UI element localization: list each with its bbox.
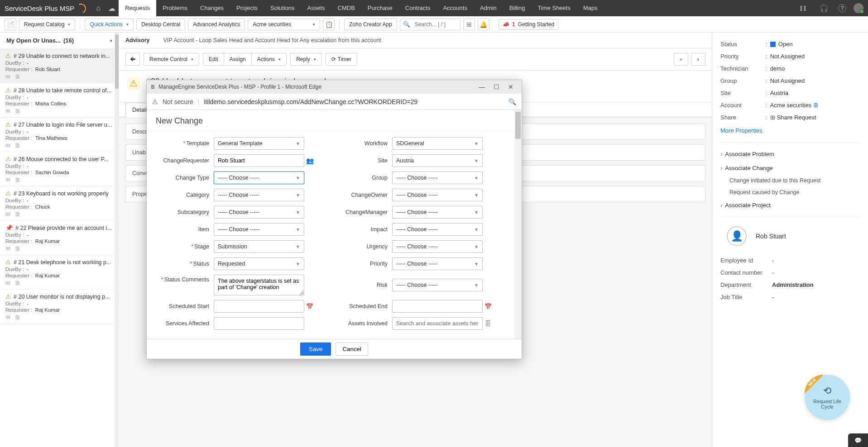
change-group-select[interactable]: ----- Choose -----▼ <box>392 171 483 184</box>
request-catalog-button[interactable]: Request Catalog▾ <box>19 19 75 30</box>
request-list-item[interactable]: ⚠# 27 Unable to login into File server u… <box>0 118 119 152</box>
cancel-button[interactable]: Cancel <box>336 342 368 356</box>
change-owner-select[interactable]: ----- Choose -----▼ <box>392 189 483 201</box>
note-icon[interactable]: 🗎 <box>15 142 21 149</box>
priority-select[interactable]: ----- Choose -----▼ <box>392 257 483 270</box>
topnav-tab-time-sheets[interactable]: Time Sheets <box>531 0 577 16</box>
share-value[interactable]: Share Request <box>777 114 816 121</box>
note-icon[interactable]: 🗎 <box>15 314 21 321</box>
people-picker-icon[interactable]: 👥 <box>306 157 314 164</box>
remote-control-button[interactable]: Remote Control <box>144 53 199 66</box>
modal-titlebar[interactable]: 🗎 ManageEngine ServiceDesk Plus - MSP - … <box>147 80 522 94</box>
account-addon-icon[interactable]: 📋 <box>323 19 335 30</box>
desktop-central-button[interactable]: Desktop Central <box>136 19 185 30</box>
request-list-item[interactable]: ⚠# 21 Desk telephone is not working p...… <box>0 255 119 290</box>
list-filter-dropdown[interactable]: My Open Or Unas... (16) ▾ <box>0 33 119 49</box>
change-type-select[interactable]: ----- Choose -----▼ <box>214 171 304 184</box>
note-icon[interactable]: 🗎 <box>15 211 21 218</box>
topnav-tab-requests[interactable]: Requests <box>119 0 156 16</box>
mail-icon[interactable]: ✉ <box>5 245 10 252</box>
note-icon[interactable]: 🗎 <box>15 108 21 114</box>
topnav-tab-purchase[interactable]: Purchase <box>361 0 399 16</box>
mail-icon[interactable]: ✉ <box>5 211 10 218</box>
calendar-end-icon[interactable]: 📅 <box>484 303 493 310</box>
quick-actions-button[interactable]: Quick Actions▾ <box>85 19 134 30</box>
more-properties-link[interactable]: More Properties <box>720 124 860 138</box>
associate-project-link[interactable]: ›Associate Project <box>720 198 860 212</box>
headset-icon[interactable]: 🎧 <box>817 4 831 13</box>
note-icon[interactable]: 🗎 <box>15 73 21 80</box>
mail-icon[interactable]: ✉ <box>5 108 10 114</box>
mail-icon[interactable]: ✉ <box>5 314 10 321</box>
item-select[interactable]: ----- Choose -----▼ <box>214 223 304 236</box>
timer-button[interactable]: ⟳Timer <box>326 53 357 66</box>
request-list-item[interactable]: 📌# 22 Please provide me an account i...D… <box>0 221 119 255</box>
category-select[interactable]: ----- Choose -----▼ <box>214 189 304 201</box>
status-select[interactable]: Requested▼ <box>214 257 304 270</box>
services-affected-input[interactable] <box>214 317 304 330</box>
request-list-item[interactable]: ⚠# 29 Unable to connect to network in...… <box>0 49 119 83</box>
account-link-icon[interactable]: 🗎 <box>813 102 819 109</box>
scheduled-start-input[interactable] <box>214 300 304 313</box>
urgency-select[interactable]: ----- Choose -----▼ <box>392 240 483 253</box>
subcategory-select[interactable]: ----- Choose -----▼ <box>214 206 304 219</box>
zoho-creator-button[interactable]: Zoho Creator App <box>344 19 397 30</box>
topnav-tab-changes[interactable]: Changes <box>194 0 230 16</box>
topnav-tab-cmdb[interactable]: CMDB <box>331 0 361 16</box>
stats-icon[interactable]: ⫿⫿ <box>796 4 810 12</box>
list-scrollbar[interactable] <box>115 33 119 447</box>
scheduled-end-input[interactable] <box>392 300 483 313</box>
topnav-tab-problems[interactable]: Problems <box>156 0 194 16</box>
topnav-tab-admin[interactable]: Admin <box>474 0 503 16</box>
mail-icon[interactable]: ✉ <box>5 73 10 80</box>
reply-button[interactable]: Reply <box>290 53 322 66</box>
stage-select[interactable]: Submission▼ <box>214 240 304 253</box>
global-search-input[interactable] <box>412 19 457 29</box>
bell-icon[interactable]: 🔔 <box>478 19 489 30</box>
prev-button[interactable]: ‹ <box>674 53 688 66</box>
url-search-icon[interactable]: 🔍 <box>508 98 516 105</box>
chat-icon[interactable]: 💬 <box>848 433 868 447</box>
site-select[interactable]: Austria▼ <box>392 154 483 167</box>
status-comments-input[interactable] <box>214 275 304 295</box>
modal-scrollbar[interactable] <box>514 110 522 339</box>
back-button[interactable]: 🡰 <box>125 53 140 66</box>
topnav-tab-maps[interactable]: Maps <box>577 0 604 16</box>
workflow-select[interactable]: SDGeneral▼ <box>392 137 483 150</box>
advanced-analytics-button[interactable]: Advanced Analytics <box>188 19 245 30</box>
assign-button[interactable]: Assign <box>224 53 252 66</box>
assets-involved-input[interactable] <box>392 317 483 330</box>
help-icon[interactable]: ? <box>838 4 846 12</box>
minimize-button[interactable]: — <box>475 83 489 90</box>
calendar-start-icon[interactable]: 📅 <box>306 303 314 310</box>
mail-icon[interactable]: ✉ <box>5 142 10 149</box>
request-lifecycle-badge[interactable]: NEW ⟲ Request Life Cycle <box>805 375 850 420</box>
note-icon[interactable]: 🗎 <box>15 176 21 183</box>
maximize-button[interactable]: ☐ <box>489 83 504 90</box>
home-icon[interactable]: ⌂ <box>91 4 105 12</box>
topnav-tab-accounts[interactable]: Accounts <box>436 0 473 16</box>
note-icon[interactable]: 🗎 <box>15 245 21 252</box>
associate-problem-link[interactable]: ›Associate Problem <box>720 147 860 161</box>
save-button[interactable]: Save <box>300 342 331 356</box>
template-select[interactable]: General Template▼ <box>214 137 304 150</box>
share-icon[interactable]: ⊞ <box>770 114 775 121</box>
topnav-tab-projects[interactable]: Projects <box>230 0 264 16</box>
associate-change-link[interactable]: ›Associate Change <box>720 161 860 175</box>
new-request-icon[interactable]: 📄 <box>5 19 16 30</box>
topnav-tab-billing[interactable]: Billing <box>503 0 532 16</box>
user-avatar-icon[interactable] <box>854 3 863 13</box>
barcode-icon[interactable]: ⊞ <box>463 19 475 30</box>
cloud-icon[interactable]: ☁ <box>105 4 119 13</box>
edit-button[interactable]: Edit <box>203 53 224 66</box>
request-caused-text[interactable]: Request caused by Change <box>720 187 860 199</box>
asset-picker-icon[interactable]: 🗄 <box>484 320 493 327</box>
change-initiated-text[interactable]: Change initiated due to this Request <box>720 175 860 187</box>
topnav-tab-solutions[interactable]: Solutions <box>264 0 301 16</box>
account-selector[interactable]: Acme securities▾ <box>248 19 320 30</box>
topnav-tab-contracts[interactable]: Contracts <box>399 0 437 16</box>
risk-select[interactable]: ----- Choose -----▼ <box>392 279 483 291</box>
change-requester-input[interactable] <box>214 154 304 167</box>
close-button[interactable]: ✕ <box>504 83 518 90</box>
mail-icon[interactable]: ✉ <box>5 280 10 286</box>
